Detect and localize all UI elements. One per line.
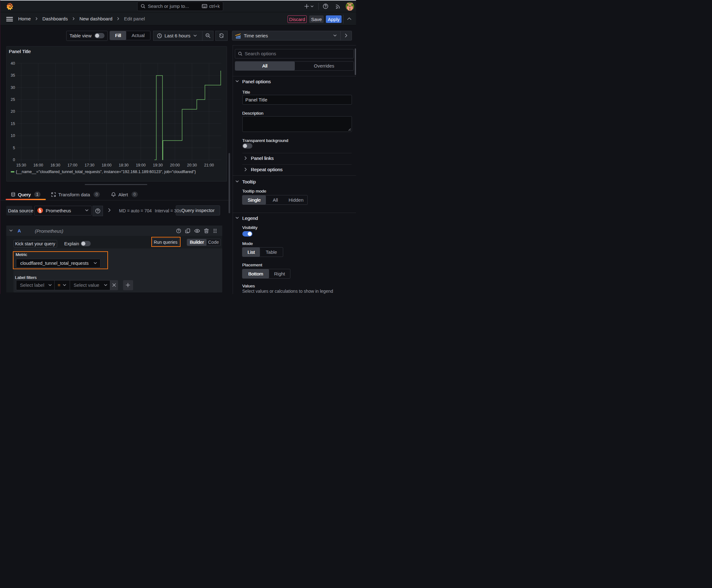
svg-text:40: 40 (11, 61, 15, 65)
svg-text:30: 30 (11, 85, 15, 89)
svg-text:18:30: 18:30 (118, 163, 128, 167)
svg-text:10: 10 (11, 133, 15, 138)
svg-text:20:00: 20:00 (170, 163, 179, 167)
svg-text:20:30: 20:30 (187, 163, 196, 167)
svg-text:0: 0 (13, 158, 15, 162)
svg-text:20: 20 (11, 109, 15, 114)
svg-text:18:00: 18:00 (102, 163, 111, 167)
svg-text:15:30: 15:30 (16, 163, 26, 167)
svg-text:19:00: 19:00 (136, 163, 145, 167)
svg-text:25: 25 (11, 97, 15, 102)
svg-text:17:00: 17:00 (67, 163, 77, 167)
svg-text:16:00: 16:00 (33, 163, 43, 167)
svg-text:35: 35 (11, 73, 15, 78)
svg-text:16:30: 16:30 (50, 163, 60, 167)
svg-text:15: 15 (11, 121, 15, 126)
svg-text:17:30: 17:30 (84, 163, 94, 167)
svg-text:21:00: 21:00 (204, 163, 214, 167)
svg-text:19:30: 19:30 (153, 163, 163, 167)
svg-text:5: 5 (13, 145, 15, 150)
